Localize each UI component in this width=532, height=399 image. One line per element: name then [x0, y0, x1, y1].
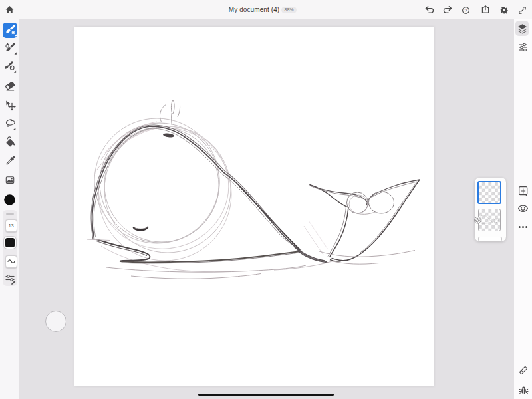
svg-text:?: ?	[465, 8, 467, 13]
